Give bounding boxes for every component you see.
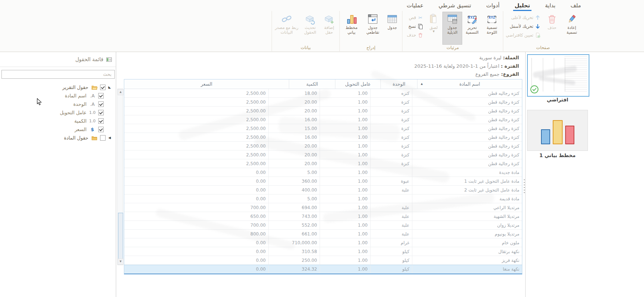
- ribbon-tab[interactable]: ملف: [569, 1, 582, 11]
- pencil-icon: [566, 13, 578, 25]
- grid-cell: 743.00: [268, 212, 320, 220]
- table-row[interactable]: مادة عامل التحويل غير ثابت 1عبوة1.00360.…: [124, 177, 522, 186]
- grid-column-header[interactable]: اسم المادة▲: [417, 79, 522, 89]
- delete-visual-button[interactable]: حذف: [404, 31, 425, 39]
- chart-bar-red: [565, 126, 574, 144]
- grid-cell: 0.00: [124, 168, 268, 177]
- cut-button[interactable]: ✂ قص: [404, 14, 425, 22]
- detail-table-button[interactable]: جدول الذيلية: [442, 12, 462, 45]
- panel-caption-button[interactable]: XYZ تسمية اللوحة: [482, 12, 502, 45]
- add-field-button[interactable]: إضافة حقل: [320, 12, 338, 45]
- grid-cell: مرتديلا الشهية: [412, 212, 522, 220]
- grid-column-header[interactable]: السعر: [124, 79, 289, 89]
- table-row[interactable]: كنزة رجالية قطنكنزة1.0016.002,500.00: [124, 133, 522, 142]
- edit-caption-button[interactable]: XYZ تحرير التسمية: [462, 12, 482, 45]
- grid-column-header[interactable]: الوحدة: [380, 79, 417, 89]
- ribbon-tab[interactable]: عمليات: [405, 1, 425, 11]
- chart-page-label[interactable]: مخطط بياني 1: [527, 152, 588, 158]
- field-tree-item[interactable]: ◣حقول التقرير: [0, 83, 116, 92]
- table-row[interactable]: كنزة رجالية قطنكنزة1.0020.002,500.00: [124, 151, 522, 159]
- insert-chart-button[interactable]: مخطط بياني: [341, 12, 362, 45]
- grid-cell: كنزة: [370, 159, 412, 168]
- table-row[interactable]: كنزة رجالية قطنكنزة1.0016.002,500.00: [124, 115, 522, 124]
- grid-cell: 1.00: [320, 194, 370, 203]
- expanded-node-icon[interactable]: ◣: [107, 83, 112, 92]
- scroll-up-button[interactable]: ▲: [118, 89, 124, 95]
- grid-column-header[interactable]: عامل التحويل: [335, 79, 380, 89]
- paste-button[interactable]: لصق ▼: [425, 12, 442, 45]
- refresh-fields-button[interactable]: تحديث الحقول: [300, 12, 320, 45]
- table-row[interactable]: كنزه رجاليه قطنكنزه1.0018.002,500.00: [124, 89, 522, 98]
- table-row[interactable]: نكهة فريزكيلو1.00250.000.00: [124, 256, 522, 265]
- cross-table-icon: [367, 13, 379, 25]
- table-row[interactable]: مادة قديمة1.005.000.00: [124, 194, 522, 203]
- field-search-input[interactable]: [1, 70, 115, 79]
- grid-cell: علبة: [370, 203, 412, 212]
- table-row[interactable]: مرتديلا يونيومعلبة1.00661.00800.00: [124, 230, 522, 238]
- grid-cell: 700.00: [124, 221, 268, 229]
- insert-cross-table-button[interactable]: جدول تقاطعي: [362, 12, 383, 45]
- grid-cell: مرتديلا الراعي: [412, 203, 522, 212]
- table-row[interactable]: كنزة رجالية قطنكنزة1.0020.002,500.00: [124, 142, 522, 151]
- group-label-visuals: مرئيات: [404, 45, 502, 51]
- table-row[interactable]: كنزة رجالية قطنكنزة1.0020.002,500.00: [124, 98, 522, 107]
- link-datasource-button[interactable]: ربط مع مصدر البيانات: [273, 12, 300, 45]
- grid-cell: 20.00: [268, 159, 320, 168]
- ribbon-groups: إعادة تسمية حذف تحريك لأعلى تحريك: [0, 11, 644, 51]
- table-row[interactable]: كنزة رجالية قطنكنزة1.0020.002,500.00: [124, 107, 522, 115]
- field-checkbox[interactable]: [98, 101, 104, 107]
- field-tree-item[interactable]: $السعر: [0, 125, 116, 134]
- thumbnail-table-sketch: [564, 56, 587, 93]
- set-default-button[interactable]: تعيين كافتراضي: [504, 31, 542, 39]
- table-row[interactable]: مرتديلا الراعيعلبة1.00694.00700.00: [124, 203, 522, 212]
- table-row[interactable]: كنزة رجالية قطنكنزة1.0020.002,500.00: [124, 159, 522, 168]
- field-list-panel: قائمة الحقول ◣حقول التقريرA.اسم المادةA.…: [0, 52, 116, 297]
- table-row[interactable]: مادة جديدة1.005.000.00: [124, 168, 522, 177]
- scroll-down-button[interactable]: ▼: [118, 259, 124, 265]
- table-row[interactable]: مادة عامل التحويل غير ثابت 2علبة1.00400.…: [124, 186, 522, 194]
- folder-closed-icon: [90, 135, 98, 141]
- move-up-button[interactable]: تحريك لأعلى: [504, 14, 542, 22]
- table-row[interactable]: ملون خامغرام1.00710,000.000.00: [124, 238, 522, 247]
- field-tree-item[interactable]: A.الوحدة: [0, 100, 116, 108]
- default-page-label[interactable]: افتراضي: [527, 97, 588, 103]
- ribbon-tab[interactable]: بداية: [544, 1, 557, 11]
- collapsed-node-icon[interactable]: ◀: [107, 134, 112, 142]
- table-row[interactable]: كنزة رجالية قطنكنزة1.0015.002,500.00: [124, 124, 522, 133]
- numeric-field-icon: 1.0: [88, 119, 96, 123]
- field-tree-item[interactable]: A.اسم المادة: [0, 92, 116, 100]
- ribbon-tab[interactable]: تنسيق شرطي: [437, 1, 472, 11]
- insert-table-button[interactable]: جدول: [383, 12, 401, 45]
- table-row[interactable]: مرتديلا زوانعلبة1.00552.00700.00: [124, 221, 522, 230]
- splitter-grip-icon: [524, 179, 525, 193]
- field-tree-item[interactable]: ◀حقول المادة: [0, 134, 116, 142]
- rename-page-button[interactable]: إعادة تسمية: [562, 12, 582, 45]
- copy-button[interactable]: نسخ: [404, 22, 425, 30]
- field-checkbox[interactable]: [98, 110, 104, 115]
- move-down-button[interactable]: تحريك لأسفل: [504, 22, 542, 30]
- page-thumbnail-chart[interactable]: [527, 110, 588, 151]
- scrollbar-thumb[interactable]: [118, 213, 123, 259]
- branches-line: الفروع: جميع الفروع: [331, 70, 519, 79]
- grid-cell: كنزة رجالية قطن: [412, 151, 522, 159]
- field-checkbox[interactable]: [98, 127, 104, 132]
- grid-cell: 2,500.00: [124, 107, 268, 115]
- field-checkbox[interactable]: [98, 93, 104, 99]
- delete-page-button[interactable]: حذف: [542, 12, 562, 45]
- page-thumbnail-default[interactable]: [527, 54, 589, 97]
- grid-vertical-scrollbar[interactable]: ▲ ▼: [117, 89, 123, 265]
- table-row[interactable]: نكهة برتقالكيلو1.00310.580.00: [124, 247, 522, 256]
- field-checkbox[interactable]: [100, 135, 106, 141]
- grid-cell: 20.00: [268, 98, 320, 106]
- field-checkbox[interactable]: [100, 85, 106, 90]
- ribbon-tab[interactable]: تحليل: [513, 1, 531, 11]
- field-tree-item[interactable]: 1.0الكمية: [0, 117, 116, 125]
- field-checkbox[interactable]: [98, 118, 104, 124]
- grid-cell: كنزة: [370, 133, 412, 141]
- grid-cell: نكهة برتقال: [412, 247, 522, 256]
- grid-column-header[interactable]: الكمية: [289, 79, 335, 89]
- field-tree-item[interactable]: 1.0عامل التحويل: [0, 108, 116, 117]
- table-row[interactable]: نكهة منغاكيلو1.00324.320.00: [124, 265, 522, 274]
- table-row[interactable]: مرتديلا الشهيةعلبة1.00743.00650.00: [124, 212, 522, 221]
- ribbon-tab[interactable]: أدوات: [485, 1, 501, 11]
